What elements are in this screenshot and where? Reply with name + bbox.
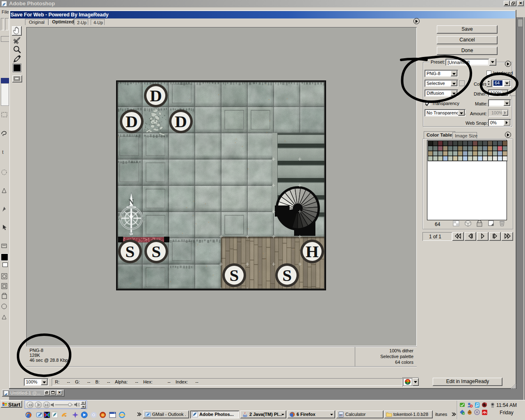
svg-text:N: N [129, 198, 134, 206]
svg-text:S: S [283, 266, 292, 285]
svg-text:?: ? [406, 380, 409, 384]
svg-text:S: S [126, 242, 135, 261]
svg-text:D: D [150, 86, 162, 105]
svg-text:D: D [175, 112, 187, 131]
svg-text:H: H [306, 242, 319, 261]
svg-text:E: E [142, 216, 145, 221]
svg-text:t: t [2, 149, 4, 155]
svg-text:S: S [130, 232, 133, 237]
svg-text:S: S [152, 242, 161, 261]
svg-text:D: D [126, 112, 138, 131]
svg-text:S: S [230, 266, 239, 285]
